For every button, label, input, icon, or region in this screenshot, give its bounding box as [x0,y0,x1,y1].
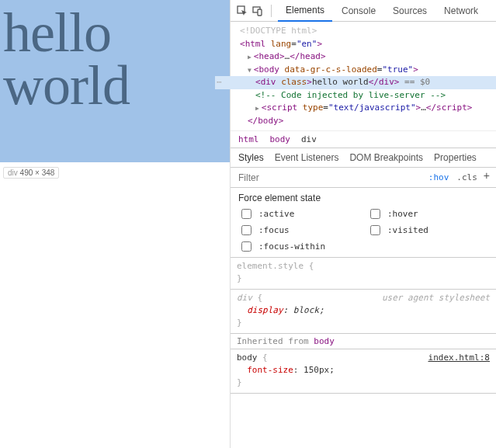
subtab-properties[interactable]: Properties [432,148,478,167]
dom-tree[interactable]: <!DOCTYPE html> <html lang="en"> <head>…… [231,22,496,130]
devtools-toolbar: Elements Console Sources Network [231,0,496,22]
subtab-dom-breakpoints[interactable]: DOM Breakpoints [348,148,425,167]
dom-body-close[interactable]: </body> [240,115,496,128]
dom-doctype[interactable]: <!DOCTYPE html> [240,25,496,38]
css-ua-div[interactable]: user agent stylesheet div { display: blo… [231,290,496,334]
toolbar-separator [271,5,272,17]
dom-selected-div[interactable]: ⋯ <div class>hello world</div> == $0 [215,76,496,89]
breadcrumb: html body div [231,130,496,148]
dom-html-open[interactable]: <html lang="en"> [240,38,496,51]
tab-console[interactable]: Console [334,1,383,21]
checkbox-focus-within[interactable] [241,241,251,252]
page-preview: hello world div 490 × 348 [0,0,230,448]
checkbox-active[interactable] [241,209,251,219]
tab-network[interactable]: Network [436,1,486,21]
new-rule-button[interactable]: + [484,169,490,182]
tab-sources[interactable]: Sources [385,1,435,21]
subtab-styles[interactable]: Styles [237,148,265,167]
dom-body-open[interactable]: <body data-gr-c-s-loaded="true"> [240,64,496,77]
crumb-body[interactable]: body [270,134,291,144]
crumb-html[interactable]: html [238,134,259,144]
state-active[interactable]: :active [238,207,359,221]
subtab-event-listeners[interactable]: Event Listeners [273,148,341,167]
state-focus-within[interactable]: :focus-within [238,239,359,254]
styles-filter-input[interactable] [237,172,428,184]
element-highlight: hello world [0,0,230,162]
css-body-rule[interactable]: index.html:8 body { font-size: 150px; } [231,349,496,394]
force-element-state: Force element state :active :hover :focu… [231,188,496,258]
dom-script[interactable]: <script type="text/javascript">…</script… [240,102,496,115]
css-source-link[interactable]: index.html:8 [428,352,490,364]
ellipsis-icon: ⋯ [217,76,222,89]
preview-text: hello world [0,0,230,113]
styles-filter-row: :hov .cls + [231,168,496,188]
tab-elements[interactable]: Elements [278,0,332,22]
ua-stylesheet-label: user agent stylesheet [382,292,490,304]
device-toggle-icon[interactable] [251,4,265,18]
state-hover[interactable]: :hover [367,207,488,221]
css-element-style[interactable]: element.style { } [231,258,496,290]
css-inherited-from: Inherited from body [231,334,496,349]
hov-toggle[interactable]: :hov [428,172,449,182]
styles-subtabs: Styles Event Listeners DOM Breakpoints P… [231,148,496,168]
svg-rect-2 [258,9,262,16]
checkbox-hover[interactable] [370,209,380,219]
dom-comment[interactable]: <!-- Code injected by live-server --> [240,89,496,102]
state-focus[interactable]: :focus [238,223,359,238]
cls-toggle[interactable]: .cls [456,172,477,182]
css-pane: element.style { } user agent stylesheet … [231,258,496,394]
inspect-icon[interactable] [235,4,249,18]
devtools-panel: Elements Console Sources Network <!DOCTY… [230,0,496,448]
dom-head[interactable]: <head>…</head> [240,50,496,64]
checkbox-focus[interactable] [241,225,251,235]
state-visited[interactable]: :visited [367,223,488,238]
crumb-div[interactable]: div [301,134,317,144]
checkbox-visited[interactable] [370,225,380,235]
force-state-title: Force element state [238,193,488,203]
dimension-tooltip: div 490 × 348 [3,167,59,179]
